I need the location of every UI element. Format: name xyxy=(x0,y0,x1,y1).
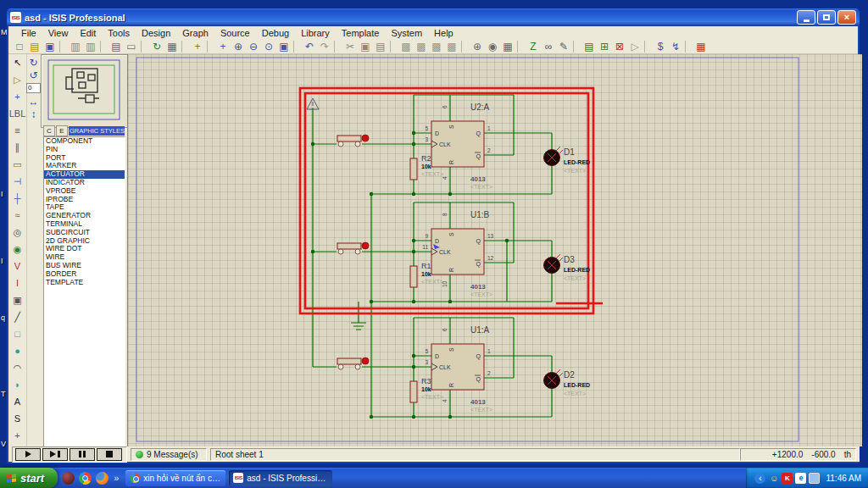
rotate-clockwise-button[interactable]: ↻ xyxy=(27,56,41,69)
current-probe-mode[interactable]: I xyxy=(9,274,25,291)
virtual-instruments-mode[interactable]: ▣ xyxy=(9,291,25,308)
block-delete[interactable]: ▩ xyxy=(444,40,459,53)
menu-item[interactable]: Help xyxy=(428,28,459,38)
make-device[interactable]: ◉ xyxy=(485,40,500,53)
toggle-grid[interactable]: ▦ xyxy=(164,40,180,53)
remove-sheet[interactable]: ⊠ xyxy=(612,40,627,53)
menu-item[interactable]: View xyxy=(42,28,75,38)
stop-button[interactable] xyxy=(97,448,122,461)
2d-symbol-mode[interactable]: S xyxy=(9,410,25,427)
wire-autorouter[interactable]: Z xyxy=(526,40,541,53)
redo[interactable]: ↷ xyxy=(317,40,332,53)
selection-mode[interactable]: ↖ xyxy=(9,54,25,71)
paste[interactable]: ▤ xyxy=(373,40,388,53)
taskbar-task-isis[interactable]: ISIS asd - ISIS Professional xyxy=(229,470,332,486)
voltage-probe-mode[interactable]: V xyxy=(9,258,25,274)
selector-pick-button[interactable]: C xyxy=(43,125,55,136)
menu-item[interactable]: File xyxy=(15,28,42,38)
undo[interactable]: ↶ xyxy=(302,40,317,53)
export-section[interactable]: ▥ xyxy=(83,40,98,53)
led[interactable] xyxy=(544,147,564,166)
selector-item[interactable]: TEMPLATE xyxy=(44,279,125,287)
start-button[interactable]: start xyxy=(0,468,58,488)
menu-item[interactable]: Debug xyxy=(256,28,295,38)
quicklaunch-overflow[interactable]: » xyxy=(114,473,119,483)
save-design[interactable]: ▣ xyxy=(42,40,58,53)
electrical-rule-check[interactable]: ↯ xyxy=(668,40,683,53)
copy[interactable]: ▣ xyxy=(358,40,373,53)
zoom-in[interactable]: ⊕ xyxy=(231,40,246,53)
goto-child-sheet[interactable]: ▷ xyxy=(627,40,643,53)
common-wiring[interactable] xyxy=(311,108,373,419)
property-assignment[interactable]: ✎ xyxy=(556,40,571,53)
button-actuator[interactable] xyxy=(362,242,369,249)
rotate-anticlockwise-button[interactable]: ↺ xyxy=(27,69,41,81)
tray-antivirus-icon[interactable]: K xyxy=(782,473,793,484)
menu-item[interactable]: Library xyxy=(295,28,336,38)
pick-device[interactable]: ⊕ xyxy=(470,40,485,53)
generator-mode[interactable]: ◉ xyxy=(9,241,25,258)
menu-item[interactable]: Source xyxy=(214,28,256,38)
minimize-button[interactable] xyxy=(797,10,815,25)
redraw[interactable]: ↻ xyxy=(149,40,164,53)
block-rotate[interactable]: ▩ xyxy=(429,40,444,53)
design-explorer[interactable]: ▤ xyxy=(581,40,597,53)
tray-e-icon[interactable]: e xyxy=(795,473,806,484)
tray-display-icon[interactable] xyxy=(809,473,820,484)
quicklaunch-firefox-icon[interactable] xyxy=(96,472,108,485)
play-button[interactable] xyxy=(15,448,41,461)
close-button[interactable]: × xyxy=(837,10,856,25)
overview-minimap[interactable] xyxy=(41,54,128,128)
tape-recorder-mode[interactable]: ◎ xyxy=(9,224,25,241)
device-pins-mode[interactable]: ┼ xyxy=(9,190,25,207)
component-mode[interactable]: ▷ xyxy=(9,71,25,88)
marker-mode[interactable]: + xyxy=(9,427,25,444)
new-root-sheet[interactable]: ⊞ xyxy=(597,40,612,53)
import-section[interactable]: ▥ xyxy=(68,40,83,53)
new-design[interactable]: □ xyxy=(12,40,27,53)
terminals-mode[interactable]: ⊣ xyxy=(9,173,25,190)
taskbar-task-browser[interactable]: xin hỏi về nút ấn cho ... xyxy=(125,470,225,486)
netlist-to-ares[interactable]: ▦ xyxy=(693,40,709,53)
pause-button[interactable] xyxy=(70,448,95,461)
button-actuator[interactable] xyxy=(362,135,369,141)
push-button[interactable] xyxy=(337,358,361,364)
title-bar[interactable]: ISIS asd - ISIS Professional × xyxy=(7,8,860,26)
led[interactable] xyxy=(544,254,564,274)
block-copy[interactable]: ▩ xyxy=(398,40,414,53)
cut[interactable]: ✂ xyxy=(342,40,358,53)
rotation-angle-field[interactable]: 0 xyxy=(26,83,41,93)
subcircuit-mode[interactable]: ▭ xyxy=(9,156,25,173)
2d-line-mode[interactable]: ╱ xyxy=(9,308,25,325)
menu-item[interactable]: Graph xyxy=(176,28,214,38)
schematic-canvas[interactable]: U2:A 4013 <TEXT> R2 10k <TEXT> D1 LED-RE… xyxy=(127,54,862,446)
zoom-out[interactable]: ⊖ xyxy=(246,40,261,53)
buses-mode[interactable]: ∥ xyxy=(9,139,25,156)
message-status[interactable]: 9 Message(s) xyxy=(131,448,207,461)
mark-output-area[interactable]: ▭ xyxy=(124,40,139,53)
print[interactable]: ▤ xyxy=(108,40,124,53)
flipflop-circuit-u1a[interactable]: U1:A 4013 <TEXT> R3 10k <TEXT> D2 LED-RE… xyxy=(313,318,590,419)
menu-item[interactable]: Edit xyxy=(74,28,102,38)
maximize-button[interactable] xyxy=(817,10,836,25)
button-actuator[interactable] xyxy=(362,358,369,364)
2d-circle-mode[interactable]: ● xyxy=(9,342,25,359)
2d-box-mode[interactable]: □ xyxy=(9,325,25,342)
zoom-all[interactable]: ⊙ xyxy=(261,40,276,53)
tray-hide-icon[interactable]: ‹ xyxy=(754,473,765,484)
step-button[interactable] xyxy=(42,448,68,461)
pan[interactable]: + xyxy=(215,40,231,53)
menu-item[interactable]: System xyxy=(385,28,428,38)
text-script-mode[interactable]: ≡ xyxy=(9,122,25,139)
menu-item[interactable]: Tools xyxy=(102,28,136,38)
menu-item[interactable]: Template xyxy=(336,28,386,38)
quicklaunch-app-icon[interactable] xyxy=(62,472,75,485)
resistor[interactable] xyxy=(410,381,417,402)
led[interactable] xyxy=(544,369,564,389)
tray-smiley-icon[interactable]: ☺ xyxy=(768,473,779,484)
zoom-area[interactable]: ▣ xyxy=(276,40,292,53)
flipflop-circuit-u1b[interactable]: U1:B 4013 <TEXT> R1 10k <TEXT> D3 LED-RE… xyxy=(313,202,590,303)
2d-text-mode[interactable]: A xyxy=(9,393,25,410)
search-and-tag[interactable]: ∞ xyxy=(541,40,556,53)
2d-arc-mode[interactable]: ◠ xyxy=(9,359,25,376)
